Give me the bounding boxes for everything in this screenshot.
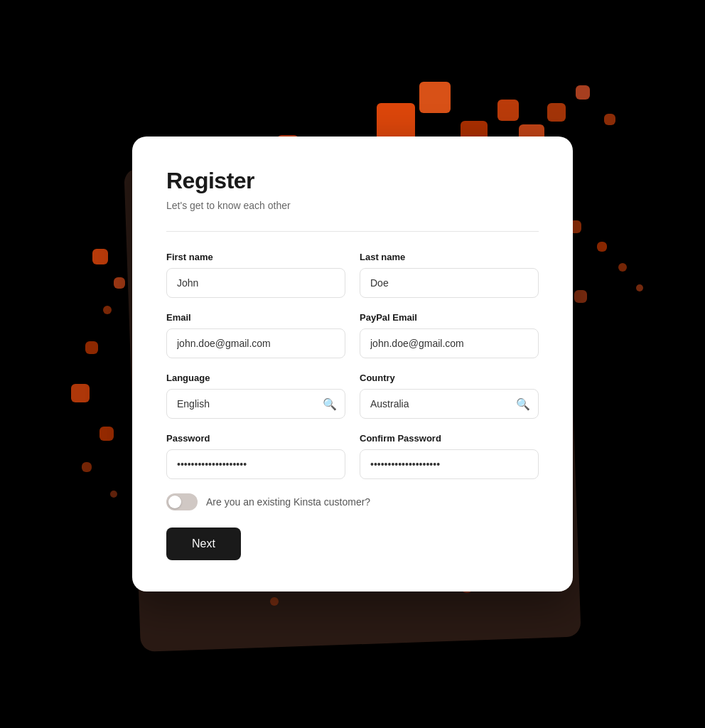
country-group: Country 🔍 bbox=[360, 373, 539, 419]
name-row: First name Last name bbox=[166, 252, 539, 298]
existing-customer-toggle[interactable] bbox=[166, 493, 198, 510]
next-button[interactable]: Next bbox=[166, 528, 241, 560]
confirm-password-group: Confirm Password bbox=[360, 433, 539, 479]
last-name-group: Last name bbox=[360, 252, 539, 298]
divider bbox=[166, 231, 539, 232]
language-group: Language 🔍 bbox=[166, 373, 345, 419]
password-label: Password bbox=[166, 433, 345, 444]
last-name-label: Last name bbox=[360, 252, 539, 262]
language-input-wrapper: 🔍 bbox=[166, 389, 345, 419]
country-input[interactable] bbox=[360, 389, 539, 419]
paypal-email-label: PayPal Email bbox=[360, 312, 539, 323]
confirm-password-input[interactable] bbox=[360, 449, 539, 479]
paypal-email-group: PayPal Email bbox=[360, 312, 539, 358]
existing-customer-row: Are you an existing Kinsta customer? bbox=[166, 493, 539, 510]
locale-row: Language 🔍 Country 🔍 bbox=[166, 373, 539, 419]
first-name-input[interactable] bbox=[166, 268, 345, 298]
email-input[interactable] bbox=[166, 328, 345, 358]
password-input[interactable] bbox=[166, 449, 345, 479]
form-subtitle: Let's get to know each other bbox=[166, 200, 539, 211]
first-name-group: First name bbox=[166, 252, 345, 298]
existing-customer-label: Are you an existing Kinsta customer? bbox=[206, 496, 370, 508]
country-label: Country bbox=[360, 373, 539, 383]
email-label: Email bbox=[166, 312, 345, 323]
confirm-password-label: Confirm Password bbox=[360, 433, 539, 444]
email-group: Email bbox=[166, 312, 345, 358]
paypal-email-input[interactable] bbox=[360, 328, 539, 358]
first-name-label: First name bbox=[166, 252, 345, 262]
last-name-input[interactable] bbox=[360, 268, 539, 298]
register-form-card: Register Let's get to know each other Fi… bbox=[132, 136, 573, 592]
page-title: Register bbox=[166, 168, 539, 194]
language-label: Language bbox=[166, 373, 345, 383]
toggle-thumb bbox=[168, 496, 181, 508]
country-input-wrapper: 🔍 bbox=[360, 389, 539, 419]
language-input[interactable] bbox=[166, 389, 345, 419]
password-row: Password Confirm Password bbox=[166, 433, 539, 479]
toggle-track bbox=[166, 493, 198, 510]
email-row: Email PayPal Email bbox=[166, 312, 539, 358]
password-group: Password bbox=[166, 433, 345, 479]
